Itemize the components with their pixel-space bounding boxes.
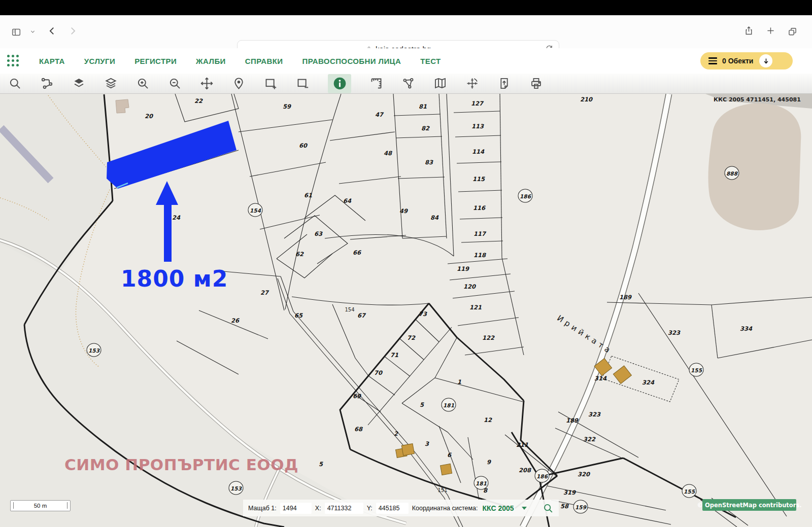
scale-bar: 50 m: [10, 500, 71, 511]
crs-value[interactable]: ККС 2005: [483, 504, 514, 512]
polygon-nodes-icon[interactable]: [401, 77, 415, 90]
scale-input[interactable]: [280, 503, 312, 514]
chevron-down-icon[interactable]: [30, 27, 36, 37]
map-icon[interactable]: [433, 77, 447, 90]
nav-item-test[interactable]: ТЕСТ: [420, 57, 441, 65]
download-arrow-icon[interactable]: [759, 54, 772, 67]
objects-button-label: 0 Обекти: [722, 57, 753, 65]
measure-icon[interactable]: [369, 77, 383, 90]
pan-icon[interactable]: [200, 77, 214, 90]
nav-item-pravosposobni-litsa[interactable]: ПРАВОСПОСОБНИ ЛИЦА: [302, 57, 401, 65]
coordinate-axes-icon[interactable]: [465, 77, 479, 90]
x-label: X:: [315, 505, 321, 512]
y-input[interactable]: [376, 503, 409, 514]
back-icon[interactable]: [47, 25, 58, 39]
crs-label: Координатна система:: [412, 505, 478, 512]
nav-item-uslugi[interactable]: УСЛУГИ: [84, 57, 115, 65]
scale-bar-label: 50 m: [34, 503, 47, 509]
browser-chrome: kais.cadastre.bg: [0, 15, 812, 49]
status-bar: Мащаб 1: X: Y: Координатна система: ККС …: [243, 500, 559, 516]
apps-grid-icon[interactable]: [7, 55, 20, 67]
map[interactable]: 2022596061646362474849818283841271131141…: [0, 94, 812, 527]
zoom-out-icon[interactable]: [168, 77, 182, 90]
info-icon[interactable]: [328, 74, 351, 93]
watermark: СИМО ПРОПЪРТИС ЕООД: [64, 455, 298, 474]
print-icon[interactable]: [529, 77, 543, 90]
system-top-bar: [0, 0, 812, 15]
highlight-arrow: [156, 181, 178, 262]
share-icon[interactable]: [743, 25, 754, 38]
coordinate-search-icon[interactable]: [543, 503, 554, 514]
forward-icon[interactable]: [67, 25, 78, 39]
zoom-in-icon[interactable]: [136, 77, 150, 90]
crs-dropdown-icon[interactable]: [522, 507, 527, 510]
nav-item-karta[interactable]: КАРТА: [39, 57, 65, 65]
layers-filled-icon[interactable]: [72, 77, 86, 90]
tabs-icon[interactable]: [787, 25, 798, 38]
route-nodes-icon[interactable]: [40, 77, 54, 90]
layers-icon[interactable]: [104, 77, 118, 90]
nav-item-zhalbi[interactable]: ЖАЛБИ: [196, 57, 226, 65]
menu-icon: [708, 57, 717, 64]
x-input[interactable]: [325, 503, 363, 514]
y-label: Y:: [367, 505, 373, 512]
scale-label: Мащаб 1:: [248, 505, 277, 512]
map-toolbar: [0, 74, 812, 94]
map-road-iriykata: [523, 94, 669, 527]
location-pin-icon[interactable]: [232, 77, 246, 90]
map-coordinates-reference: ККС 2005 4711451, 445081: [714, 96, 801, 103]
search-icon[interactable]: [8, 77, 22, 90]
select-rect-add-icon[interactable]: [264, 77, 278, 90]
highlight-parcel: [107, 121, 236, 189]
nav-item-spravki[interactable]: СПРАВКИ: [245, 57, 283, 65]
objects-button[interactable]: 0 Обекти: [700, 52, 793, 69]
select-rect-remove-icon[interactable]: [296, 77, 310, 90]
highlight-area-label: 1800 м2: [121, 266, 228, 292]
map-terrain-blob: [708, 103, 801, 230]
new-tab-icon[interactable]: [765, 25, 776, 38]
export-icon[interactable]: [497, 77, 511, 90]
main-nav: КАРТА УСЛУГИ РЕГИСТРИ ЖАЛБИ СПРАВКИ ПРАВ…: [0, 48, 812, 74]
app-window: kais.cadastre.bg КАРТА УСЛУГИ РЕГИСТРИ Ж…: [0, 0, 812, 527]
nav-item-registri[interactable]: РЕГИСТРИ: [134, 57, 177, 65]
osm-attribution[interactable]: © OpenStreetMap contributors.: [702, 499, 796, 511]
sidebar-toggle-icon[interactable]: [9, 25, 23, 39]
